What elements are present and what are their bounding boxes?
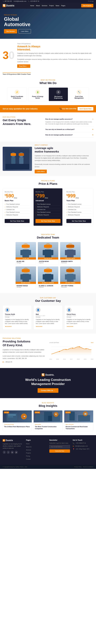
team-member-elaris[interactable]: ELARIS G. GORDON ELARIS G. GORDON Engine… <box>38 266 58 289</box>
get-quote-button[interactable]: Get A Quote <box>81 4 93 7</box>
footer-col-about: 🏗 Dustrix Capitalize on low hanging frui… <box>3 439 23 461</box>
nav-services[interactable]: Services <box>42 5 47 6</box>
exp-heading-bold: Interested. <box>17 48 31 51</box>
linkedin-icon[interactable]: in <box>91 0 92 2</box>
blog-card-3[interactable]: 22 Mar 🏢 Real Estate Recent Commercial R… <box>64 410 93 431</box>
team-name-alain: ALAIN JOE <box>17 260 35 262</box>
faq-item-1[interactable]: How do we manage quality assurance? − Ca… <box>45 116 93 127</box>
faq-q3-text: How do we manage quality assurance? <box>45 134 73 136</box>
read-more-button[interactable]: Read More → <box>17 64 30 68</box>
team-info-rashid: RASHID RAKED Manager <box>16 284 36 289</box>
team-role-justin: Engineer <box>39 262 57 264</box>
youtube-icon[interactable]: yt <box>92 0 93 2</box>
svg-rect-11 <box>20 250 23 255</box>
team-member-joy[interactable]: JOY ROY PORNA JOY ROY PORNA Technician <box>60 266 81 289</box>
team-feature-3: Unlimited Use <box>66 208 91 211</box>
nav-home[interactable]: Home <box>30 5 34 6</box>
exp-description2: Completely synergize resource taxing rel… <box>17 58 93 63</box>
chart-next-button[interactable]: Next <box>91 342 93 343</box>
footer-link-about-anchor[interactable]: About Us <box>26 446 31 448</box>
footer-phone: 📞 +321 9366 87 16 <box>73 442 93 444</box>
footer-youtube-icon[interactable]: yt <box>15 451 18 454</box>
team-member-edward[interactable]: EDWARD SMITH EDWARD SMITH Technician <box>60 242 81 265</box>
testimonial-role-2: Manager <box>36 316 60 318</box>
newsletter-subscribe-button[interactable]: Subscribe Now <box>49 449 70 453</box>
team-feature-4: Free Standard License <box>66 211 91 214</box>
basic-order-button[interactable]: Get Your Order Now <box>5 219 30 223</box>
blog-card-2[interactable]: 18 Feb 🏗 Industry The Most Trusted Const… <box>33 410 63 431</box>
team-photo-justin: JUSTIN NOAH <box>38 242 58 260</box>
service-mechanical[interactable]: ⚙ MechanicalEngineering <box>49 88 68 101</box>
footer-link-projects-anchor[interactable]: Projects <box>26 452 31 454</box>
contact-us-button[interactable]: Contact With Us → <box>38 388 58 393</box>
faq-item-3[interactable]: How do we manage quality assurance? + Ca… <box>45 132 93 138</box>
pricing-section-label: Pricing & Plans <box>3 180 93 182</box>
service-quick-coordinate[interactable]: ⚡ Quick CoordinateE-Business <box>7 88 27 101</box>
team-name-elaris: ELARIS G. GORDON <box>39 285 57 286</box>
nav-news[interactable]: News <box>56 5 59 6</box>
learn-more-button[interactable]: Learn More <box>18 29 31 34</box>
team-member-alain[interactable]: ALAIN JOE ALAIN JOE Manager <box>15 242 36 265</box>
svg-rect-7 <box>5 164 29 170</box>
footer-link-home[interactable]: Home <box>26 442 47 445</box>
wl-title: World's Leading ConstructionManagement P… <box>3 378 93 386</box>
leverage-learn-more-button[interactable]: Learn More <box>35 170 47 173</box>
basic-plan-label: Monthly Plan <box>5 191 30 193</box>
faq-item-2[interactable]: You can rely on Amwerk as a critical par… <box>45 127 93 132</box>
newsletter-email-input[interactable] <box>49 445 70 448</box>
footer-link-projects[interactable]: Projects <box>26 452 47 454</box>
nav-about[interactable]: About <box>36 5 40 6</box>
footer-link-services-anchor[interactable]: Services <box>26 449 31 451</box>
team-badge-edward: EDWARD SMITH <box>60 258 81 260</box>
team-name-justin: JUSTIN NOAH <box>39 260 57 262</box>
footer-col-contact: Get In Touch 📞 +321 9366 87 16 ✉ hello@e… <box>73 439 93 461</box>
team-member-justin[interactable]: JUSTIN NOAH JUSTIN NOAH Engineer <box>38 242 58 265</box>
footer-twitter-icon[interactable]: t <box>7 451 10 454</box>
faq-q2-text: You can rely on Amwerk as a critical par… <box>45 128 75 130</box>
nav-pages[interactable]: Pages <box>61 5 65 6</box>
footer-linkedin-icon[interactable]: in <box>11 451 14 454</box>
footer-link-about[interactable]: About Us <box>26 446 47 448</box>
service-fuel-gas[interactable]: 🔧 Fuel & GasManagement <box>69 88 89 101</box>
terms-link[interactable]: Terms & Conditions <box>83 466 93 468</box>
location-icon: 📍 <box>73 448 75 450</box>
footer-link-contact-anchor[interactable]: Contact <box>26 458 30 460</box>
adv-feature-1: Free Standard License <box>35 203 60 206</box>
footer-link-contact[interactable]: Contact <box>26 458 47 460</box>
twitter-icon[interactable]: t <box>89 0 90 2</box>
footer-newsletter-desc: Subscribe to get the latest news. <box>49 442 70 444</box>
footer-link-pricing-anchor[interactable]: Pricing <box>26 456 30 457</box>
footer-link-home-anchor[interactable]: Home <box>26 443 30 444</box>
top-bar: 📞 987 654 321 ✉ info@example.com 📞 +123 … <box>0 0 96 2</box>
get-quote-now-button[interactable]: Get A Quote Now <box>78 107 93 110</box>
privacy-policy-link[interactable]: Privacy Policy <box>74 466 82 468</box>
team-feature-2: Attribution Required <box>66 206 91 208</box>
blog-card-1[interactable]: 15 Jan 🚛 Construction The 10 Best Fleet … <box>3 410 32 431</box>
faq-left: Our Solutions Get Every SingleAnswers Fr… <box>3 116 43 138</box>
testimonial-role-1: Manager <box>5 316 29 318</box>
footer-grid: 🏗 Dustrix Capitalize on low hanging frui… <box>3 439 93 461</box>
social-links[interactable]: f t in yt <box>88 0 93 2</box>
nav-project[interactable]: Project <box>49 5 54 6</box>
stars-1: ★★★★★ <box>5 326 29 327</box>
year-2020: 2020 <box>91 358 93 360</box>
team-member-rashid[interactable]: RASHID RAKED RASHID RAKED Manager <box>15 266 36 289</box>
footer-link-pricing[interactable]: Pricing <box>26 455 47 457</box>
cta-banner-right: 📞 512 554 234-0750 Get A Quote Now <box>60 107 93 110</box>
svg-rect-19 <box>67 250 74 258</box>
facebook-icon[interactable]: f <box>88 0 89 2</box>
team-photo-alain: ALAIN JOE <box>16 242 36 260</box>
advanced-order-button[interactable]: Get Your Order Now <box>35 219 60 223</box>
service-power-energy[interactable]: 🔋 Power & EnergySector <box>28 88 47 101</box>
cash-flow-chart <box>49 344 93 358</box>
team-order-button[interactable]: Get Your Order Now <box>66 219 91 223</box>
team-role-joy: Technician <box>61 286 80 288</box>
team-name: Team Plan <box>66 200 91 202</box>
footer-facebook-icon[interactable]: f <box>3 451 6 454</box>
our-service-button[interactable]: Our Service <box>4 29 17 34</box>
mechanical-label: MechanicalEngineering <box>50 96 67 99</box>
footer-link-services[interactable]: Services <box>26 448 47 451</box>
svg-rect-10 <box>22 245 30 248</box>
testimonial-text-3: Capitalize on low hanging fruit to ident… <box>67 318 91 324</box>
svg-rect-35 <box>66 269 74 272</box>
